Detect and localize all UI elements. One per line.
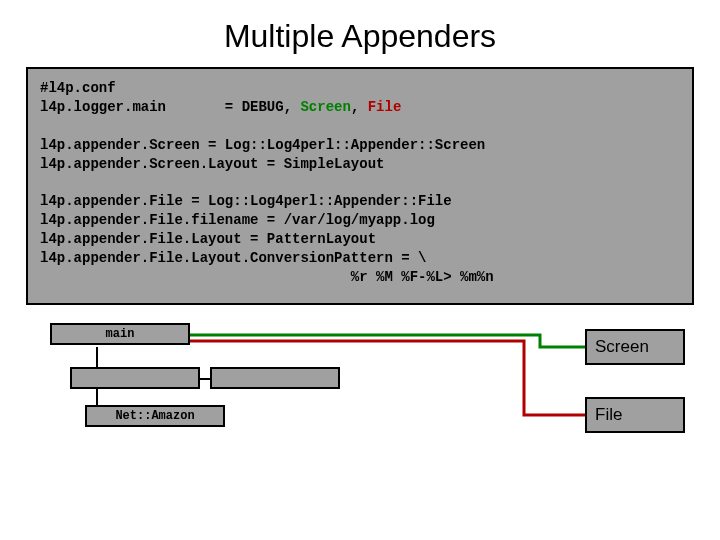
code-line: l4p.appender.File.Layout = PatternLayout — [40, 231, 376, 247]
logger-diagram: main Net::Amazon Screen File — [0, 317, 720, 467]
node-net-amazon: Net::Amazon — [85, 405, 225, 427]
code-line: l4p.appender.Screen = Log::Log4perl::App… — [40, 137, 485, 153]
code-line: l4p.appender.File.filename = /var/log/my… — [40, 212, 435, 228]
appender-screen: Screen — [585, 329, 685, 365]
config-code-block: #l4p.conf l4p.logger.main = DEBUG, Scree… — [26, 67, 694, 305]
code-line: #l4p.conf — [40, 80, 116, 96]
page-title: Multiple Appenders — [0, 18, 720, 55]
code-line: %r %M %F-%L> %m%n — [40, 269, 494, 285]
code-line: l4p.logger.main = DEBUG, Screen, File — [40, 99, 401, 115]
code-line: l4p.appender.Screen.Layout = SimpleLayou… — [40, 156, 384, 172]
code-line: l4p.appender.File = Log::Log4perl::Appen… — [40, 193, 452, 209]
node-blank-1 — [70, 367, 200, 389]
appender-file: File — [585, 397, 685, 433]
node-main: main — [50, 323, 190, 345]
code-line: l4p.appender.File.Layout.ConversionPatte… — [40, 250, 426, 266]
node-blank-2 — [210, 367, 340, 389]
